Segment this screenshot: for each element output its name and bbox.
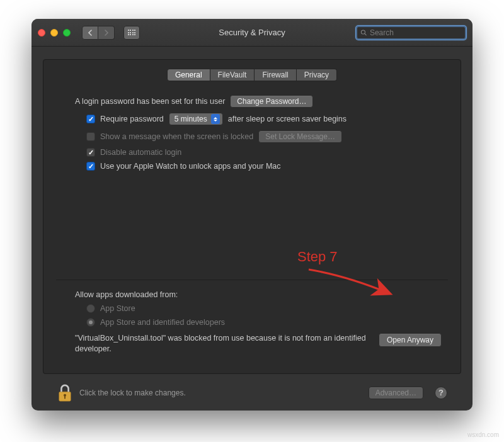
zoom-window-button[interactable] [63,29,71,37]
svg-rect-4 [64,395,66,399]
show-message-checkbox [86,132,95,141]
tab-filevault[interactable]: FileVault [210,69,255,81]
search-icon [360,29,367,37]
chevron-right-icon [104,30,109,36]
allow-apps-heading: Allow apps downloaded from: [75,290,178,299]
require-delay-select[interactable]: 5 minutes [169,113,223,125]
inner-panel: General FileVault Firewall Privacy A log… [43,59,461,374]
apple-watch-checkbox[interactable] [86,162,95,171]
close-window-button[interactable] [38,29,45,37]
tab-privacy[interactable]: Privacy [297,69,337,81]
require-password-label: Require password [100,115,164,123]
login-section: A login password has been set for this u… [43,81,461,176]
after-sleep-label: after sleep or screen saver begins [228,115,346,123]
require-password-checkbox[interactable] [86,115,95,123]
advanced-button[interactable]: Advanced… [369,387,423,399]
tab-general[interactable]: General [167,69,210,81]
tab-bar: General FileVault Firewall Privacy [43,69,461,81]
titlebar: Security & Privacy [32,19,472,47]
minimize-window-button[interactable] [50,29,58,37]
search-field[interactable] [356,26,466,40]
set-lock-message-button: Set Lock Message… [258,130,342,143]
app-store-label: App Store [100,304,135,313]
search-input[interactable] [370,28,462,37]
forward-button[interactable] [98,26,115,40]
password-set-label: A login password has been set for this u… [75,97,225,106]
apple-watch-label: Use your Apple Watch to unlock apps and … [100,162,281,171]
show-message-label: Show a message when the screen is locked [100,132,253,141]
stepper-arrows-icon [211,114,220,124]
app-store-dev-label: App Store and identified developers [100,318,225,327]
content-area: General FileVault Firewall Privacy A log… [32,47,472,411]
disable-auto-login-label: Disable automatic login [100,148,181,157]
nav-buttons [82,26,115,40]
svg-line-1 [365,33,367,35]
app-store-radio [86,304,95,313]
grid-icon [128,30,136,35]
traffic-lights [38,29,71,37]
show-all-prefs-button[interactable] [123,26,140,40]
preferences-window: Security & Privacy General FileVault Fir… [32,19,472,411]
require-delay-value: 5 minutes [175,115,207,123]
watermark: wsxdn.com [467,431,499,438]
open-anyway-button[interactable]: Open Anyway [379,333,442,347]
footer: Click the lock to make changes. Advanced… [43,374,461,411]
chevron-left-icon [88,30,93,36]
lock-icon[interactable] [57,383,73,402]
blocked-app-message: "VirtualBox_Uninstall.tool" was blocked … [75,333,366,354]
change-password-button[interactable]: Change Password… [230,95,313,108]
help-button[interactable]: ? [435,387,447,399]
tab-firewall[interactable]: Firewall [255,69,296,81]
disable-auto-login-checkbox [86,148,95,157]
downloads-section: Allow apps downloaded from: App Store Ap… [43,280,461,354]
search-container [356,26,466,40]
back-button[interactable] [82,26,98,40]
lock-help-text: Click the lock to make changes. [79,388,186,397]
svg-point-0 [361,30,365,33]
app-store-dev-radio [86,318,95,327]
